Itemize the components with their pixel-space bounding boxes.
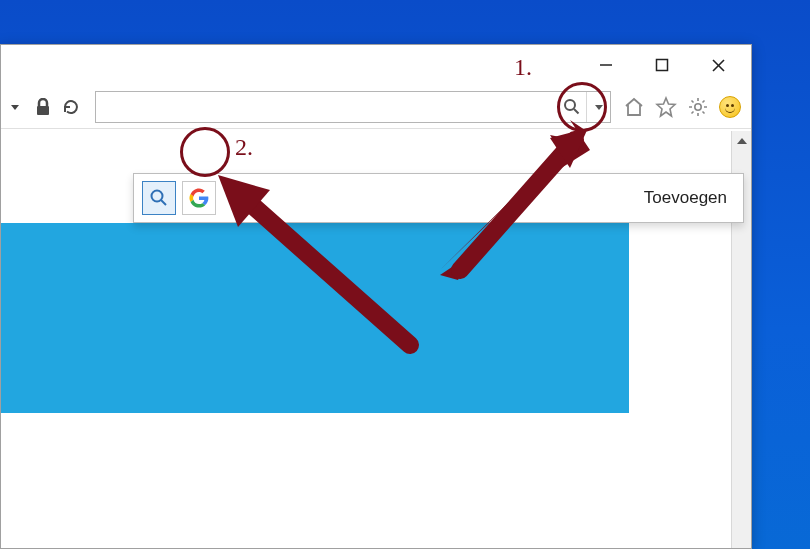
close-button[interactable] xyxy=(695,51,741,79)
maximize-button[interactable] xyxy=(639,51,685,79)
search-engine-dropdown-button[interactable] xyxy=(586,92,610,122)
site-dropdown-button[interactable] xyxy=(3,92,27,122)
search-submit-button[interactable] xyxy=(556,92,586,122)
home-button[interactable] xyxy=(621,94,647,120)
minimize-button[interactable] xyxy=(583,51,629,79)
svg-marker-11 xyxy=(737,138,747,144)
home-icon xyxy=(623,96,645,118)
search-engine-list xyxy=(142,181,216,215)
toolbar-right-icons xyxy=(615,94,743,120)
google-logo-icon xyxy=(189,188,209,208)
star-icon xyxy=(655,96,677,118)
search-engine-google[interactable] xyxy=(182,181,216,215)
svg-marker-4 xyxy=(11,105,19,110)
refresh-icon xyxy=(62,98,80,116)
search-icon xyxy=(149,188,169,208)
search-input[interactable] xyxy=(96,92,556,122)
favorites-button[interactable] xyxy=(653,94,679,120)
search-engine-dropdown-panel: Toevoegen xyxy=(133,173,744,223)
svg-point-10 xyxy=(695,103,701,109)
page-hero-block xyxy=(1,223,629,413)
svg-point-12 xyxy=(152,191,163,202)
svg-line-7 xyxy=(574,109,579,114)
toolbar xyxy=(1,85,751,129)
maximize-icon xyxy=(655,58,669,72)
search-right-controls xyxy=(556,92,610,122)
settings-button[interactable] xyxy=(685,94,711,120)
svg-rect-1 xyxy=(657,60,668,71)
svg-line-13 xyxy=(161,200,166,205)
smiley-icon xyxy=(719,96,741,118)
search-icon xyxy=(563,98,580,115)
browser-window: Toevoegen xyxy=(0,44,752,549)
svg-rect-5 xyxy=(37,106,49,115)
lock-button[interactable] xyxy=(31,92,55,122)
titlebar xyxy=(1,45,751,85)
svg-marker-8 xyxy=(595,105,603,110)
svg-point-6 xyxy=(565,100,575,110)
svg-marker-9 xyxy=(657,98,675,116)
lock-icon xyxy=(35,98,51,116)
scroll-up-button[interactable] xyxy=(732,131,751,151)
refresh-button[interactable] xyxy=(59,92,83,122)
search-field[interactable] xyxy=(95,91,611,123)
minimize-icon xyxy=(599,58,613,72)
desktop-background: Toevoegen 1. 2. xyxy=(0,0,810,549)
search-engine-default[interactable] xyxy=(142,181,176,215)
add-search-engine-link[interactable]: Toevoegen xyxy=(638,184,733,212)
scroll-up-icon xyxy=(736,135,748,147)
caret-down-icon xyxy=(10,102,20,112)
feedback-button[interactable] xyxy=(717,94,743,120)
close-icon xyxy=(711,58,726,73)
address-controls xyxy=(3,92,91,122)
caret-down-icon xyxy=(594,102,604,112)
gear-icon xyxy=(687,96,709,118)
